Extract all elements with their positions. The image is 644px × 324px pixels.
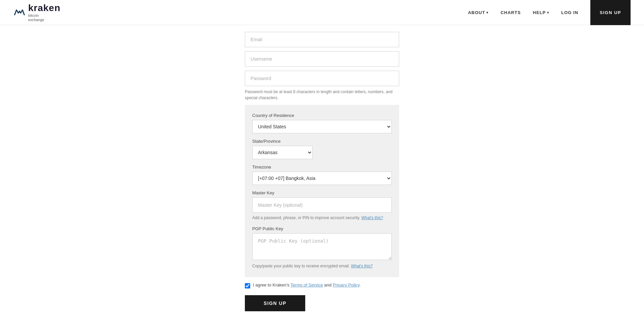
help-dropdown-arrow: ▾: [547, 11, 549, 14]
pgp-label: PGP Public Key: [252, 226, 392, 231]
country-field-group: Country of Residence United States: [252, 113, 392, 133]
master-key-hint: Add a password, phrase, or PIN to improv…: [252, 215, 392, 221]
country-select[interactable]: United States: [252, 120, 392, 133]
main-nav: ABOUT ▾ CHARTS HELP ▾ LOG IN SIGN UP: [468, 0, 631, 25]
master-key-label: Master Key: [252, 190, 392, 195]
nav-about[interactable]: ABOUT ▾: [468, 10, 488, 15]
master-key-hint-link[interactable]: What's this?: [361, 215, 383, 220]
nav-help[interactable]: HELP ▾: [533, 10, 549, 15]
nav-login[interactable]: LOG IN: [561, 10, 578, 15]
state-select[interactable]: Arkansas: [252, 146, 313, 159]
master-key-field-group: Master Key Add a password, phrase, or PI…: [252, 190, 392, 221]
timezone-label: Timezone: [252, 165, 392, 170]
logo-wordmark: kraken: [28, 3, 60, 13]
nav-signup-button[interactable]: SIGN UP: [590, 0, 631, 25]
timezone-field-group: Timezone [+07:00 +07] Bangkok, Asia: [252, 165, 392, 185]
password-hint: Password must be at least 8 characters i…: [245, 89, 399, 101]
location-section: Country of Residence United States State…: [245, 105, 399, 277]
state-field-group: State/Province Arkansas: [252, 139, 392, 159]
agreement-checkbox[interactable]: [245, 283, 250, 288]
logo-icon: [13, 6, 25, 18]
pgp-field[interactable]: [252, 233, 392, 260]
signup-form: Password must be at least 8 characters i…: [245, 32, 399, 311]
pgp-hint: Copy/paste your public key to receive en…: [252, 263, 392, 269]
pgp-hint-link[interactable]: What's this?: [351, 264, 373, 268]
about-dropdown-arrow: ▾: [486, 11, 488, 14]
nav-charts[interactable]: CHARTS: [500, 10, 521, 15]
state-label: State/Province: [252, 139, 392, 144]
agreement-row: I agree to Kraken's Terms of Service and…: [245, 282, 399, 288]
country-label: Country of Residence: [252, 113, 392, 118]
username-field[interactable]: [245, 51, 399, 67]
submit-button[interactable]: SIGN UP: [245, 295, 305, 311]
pgp-field-group: PGP Public Key Copy/paste your public ke…: [252, 226, 392, 269]
master-key-field[interactable]: [252, 197, 392, 213]
password-field[interactable]: [245, 71, 399, 86]
email-field[interactable]: [245, 32, 399, 47]
logo-sub: bitcoin exchange: [28, 13, 60, 22]
agreement-text: I agree to Kraken's Terms of Service and…: [253, 282, 361, 287]
logo[interactable]: kraken bitcoin exchange: [13, 3, 60, 22]
main-content: Password must be at least 8 characters i…: [0, 25, 644, 324]
privacy-link[interactable]: Privacy Policy: [333, 282, 360, 287]
timezone-select[interactable]: [+07:00 +07] Bangkok, Asia: [252, 172, 392, 185]
terms-link[interactable]: Terms of Service: [290, 282, 323, 287]
